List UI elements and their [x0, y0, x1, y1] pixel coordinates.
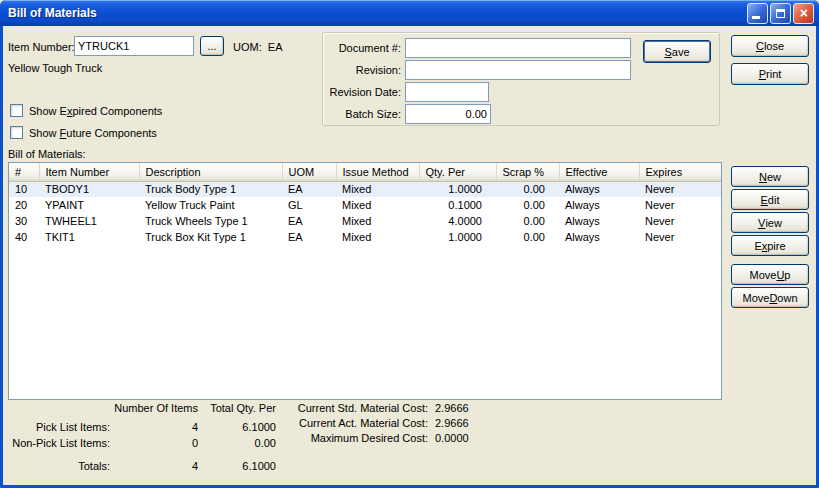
cost-row-act: Current Act. Material Cost: 2.9666	[282, 417, 469, 429]
table-cell: Truck Body Type 1	[139, 181, 282, 197]
table-cell: Never	[639, 213, 721, 229]
save-button[interactable]: Save	[643, 40, 711, 63]
browse-button[interactable]: ...	[200, 36, 224, 56]
column-header[interactable]: #	[9, 163, 39, 181]
uom-caption: UOM:	[233, 41, 262, 53]
minimize-icon	[752, 16, 760, 19]
table-cell: Mixed	[336, 229, 419, 245]
bom-table: #Item NumberDescriptionUOMIssue MethodQt…	[9, 163, 721, 245]
column-header[interactable]: Item Number	[39, 163, 139, 181]
table-cell: 0.00	[496, 197, 559, 213]
table-cell: TWHEEL1	[39, 213, 139, 229]
table-row[interactable]: 20YPAINTYellow Truck PaintGLMixed0.10000…	[9, 197, 721, 213]
totals-row: Totals: 4 6.1000	[8, 460, 276, 472]
components-listview: #Item NumberDescriptionUOMIssue MethodQt…	[8, 162, 722, 400]
table-cell: Never	[639, 181, 721, 197]
print-button[interactable]: Print	[731, 63, 809, 85]
column-header[interactable]: Issue Method	[336, 163, 419, 181]
table-cell: Always	[559, 213, 639, 229]
show-expired-label[interactable]: Show Expired Components	[29, 105, 162, 117]
item-number-input[interactable]	[74, 36, 194, 56]
bill-of-materials-window: Bill of Materials × Item Number: ... UOM…	[0, 0, 819, 488]
table-cell: Truck Wheels Type 1	[139, 213, 282, 229]
totals-label: Totals:	[8, 460, 110, 472]
non-pick-list-qty: 0.00	[198, 437, 276, 449]
close-window-button[interactable]: ×	[793, 3, 814, 24]
pick-list-count: 4	[110, 421, 198, 433]
minimize-button[interactable]	[747, 3, 768, 24]
table-row[interactable]: 40TKIT1Truck Box Kit Type 1EAMixed1.0000…	[9, 229, 721, 245]
totals-count: 4	[110, 460, 198, 472]
column-header[interactable]: Qty. Per	[419, 163, 496, 181]
summary-header-row: Number Of Items Total Qty. Per	[8, 402, 276, 414]
document-group: Document #: Save Revision: Revision Date…	[322, 32, 720, 126]
table-cell: TKIT1	[39, 229, 139, 245]
show-future-label[interactable]: Show Future Components	[29, 127, 157, 139]
table-cell: Always	[559, 197, 639, 213]
table-cell: Never	[639, 197, 721, 213]
table-row[interactable]: 30TWHEEL1Truck Wheels Type 1EAMixed4.000…	[9, 213, 721, 229]
bill-of-materials-label: Bill of Materials:	[8, 148, 86, 160]
number-of-items-header: Number Of Items	[110, 402, 198, 414]
move-up-button[interactable]: Move Up	[731, 264, 809, 285]
document-number-input[interactable]	[405, 38, 631, 58]
cost-row-max: Maximum Desired Cost: 0.0000	[282, 432, 469, 444]
table-cell: Always	[559, 181, 639, 197]
table-cell: 0.00	[496, 213, 559, 229]
max-desired-cost-value: 0.0000	[435, 432, 469, 444]
std-material-cost-value: 2.9666	[435, 402, 469, 414]
table-cell: 0.00	[496, 181, 559, 197]
table-cell: Mixed	[336, 197, 419, 213]
table-cell: Mixed	[336, 213, 419, 229]
window-title: Bill of Materials	[8, 6, 745, 20]
table-cell: EA	[282, 181, 336, 197]
table-cell: EA	[282, 213, 336, 229]
column-header[interactable]: Expires	[639, 163, 721, 181]
non-pick-list-label: Non-Pick List Items:	[8, 437, 110, 449]
expire-button[interactable]: Expire	[731, 235, 809, 256]
act-material-cost-label: Current Act. Material Cost:	[282, 417, 428, 429]
table-cell: 40	[9, 229, 39, 245]
pick-list-row: Pick List Items: 4 6.1000	[8, 421, 276, 433]
table-cell: EA	[282, 229, 336, 245]
pick-list-label: Pick List Items:	[8, 421, 110, 433]
act-material-cost-value: 2.9666	[435, 417, 469, 429]
view-button[interactable]: View	[731, 212, 809, 233]
table-cell: TBODY1	[39, 181, 139, 197]
show-expired-checkbox[interactable]	[10, 104, 23, 117]
table-cell: YPAINT	[39, 197, 139, 213]
maximize-button[interactable]	[770, 3, 791, 24]
summary-spacer	[8, 402, 110, 414]
table-cell: Truck Box Kit Type 1	[139, 229, 282, 245]
column-header[interactable]: UOM	[282, 163, 336, 181]
title-bar[interactable]: Bill of Materials ×	[0, 0, 819, 26]
move-down-button[interactable]: Move Down	[731, 287, 809, 308]
maximize-icon	[776, 9, 785, 18]
non-pick-list-row: Non-Pick List Items: 0 0.00	[8, 437, 276, 449]
revision-input[interactable]	[405, 60, 631, 80]
revision-label: Revision:	[325, 64, 401, 76]
close-button[interactable]: Close	[731, 35, 809, 57]
column-header[interactable]: Description	[139, 163, 282, 181]
totals-qty: 6.1000	[198, 460, 276, 472]
table-row[interactable]: 10TBODY1Truck Body Type 1EAMixed1.00000.…	[9, 181, 721, 197]
table-cell: Mixed	[336, 181, 419, 197]
item-number-label: Item Number:	[8, 41, 75, 53]
table-cell: Never	[639, 229, 721, 245]
table-cell: 0.00	[496, 229, 559, 245]
new-button[interactable]: New	[731, 166, 809, 187]
uom-label: UOM: EA	[233, 41, 283, 53]
uom-value: EA	[268, 41, 283, 53]
revision-date-input[interactable]	[405, 82, 489, 102]
edit-button[interactable]: Edit	[731, 189, 809, 210]
table-cell: Always	[559, 229, 639, 245]
max-desired-cost-label: Maximum Desired Cost:	[282, 432, 428, 444]
column-header[interactable]: Effective	[559, 163, 639, 181]
show-future-checkbox[interactable]	[10, 126, 23, 139]
column-header[interactable]: Scrap %	[496, 163, 559, 181]
revision-date-label: Revision Date:	[325, 86, 401, 98]
table-cell: 4.0000	[419, 213, 496, 229]
batch-size-input[interactable]	[405, 104, 491, 124]
table-cell: GL	[282, 197, 336, 213]
table-cell: 1.0000	[419, 181, 496, 197]
